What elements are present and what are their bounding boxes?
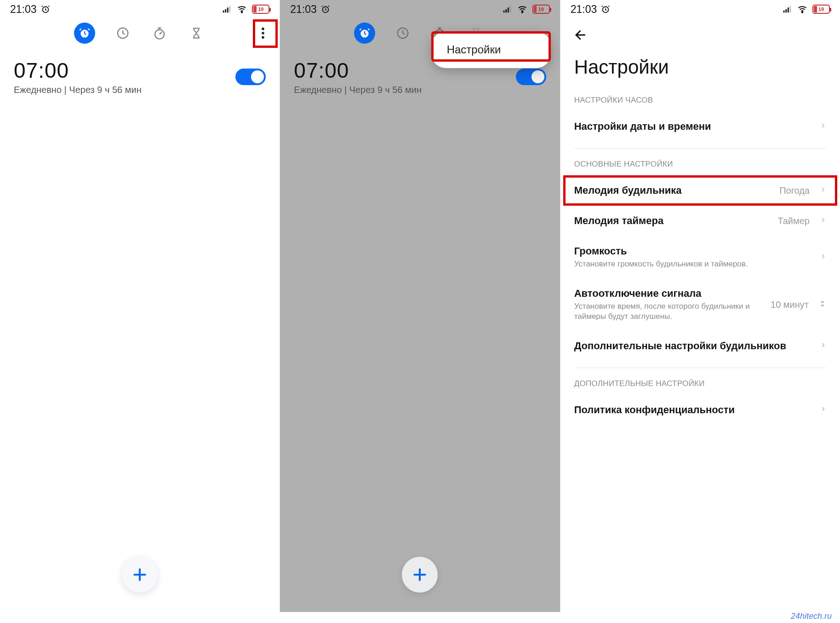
signal-icon — [222, 4, 232, 14]
row-extra-alarm[interactable]: Дополнительные настройки будильников — [560, 331, 840, 361]
svg-rect-23 — [785, 9, 787, 12]
add-alarm-button[interactable] — [402, 557, 438, 593]
updown-icon — [819, 298, 826, 312]
screen-settings: 21:03 19 — [560, 0, 840, 612]
svg-rect-2 — [225, 9, 227, 12]
row-volume-sub: Установите громкость будильников и тайме… — [574, 259, 812, 269]
svg-rect-16 — [509, 6, 511, 13]
alarm-time: 07:00 — [294, 58, 422, 83]
row-auto-off-label: Автоотключение сигнала — [574, 288, 763, 300]
chevron-right-icon — [820, 185, 826, 196]
svg-rect-15 — [508, 7, 509, 12]
svg-rect-4 — [229, 6, 231, 13]
battery-icon: 19 — [252, 5, 269, 14]
row-alarm-melody-value: Погода — [779, 185, 810, 196]
svg-rect-14 — [505, 9, 507, 12]
battery-icon: 19 — [812, 5, 830, 14]
section-clock-settings: НАСТРОЙКИ ЧАСОВ — [560, 91, 840, 111]
chevron-right-icon — [820, 215, 826, 227]
tab-clock[interactable] — [394, 24, 412, 42]
row-datetime-label: Настройки даты и времени — [574, 121, 812, 133]
wifi-icon — [797, 4, 808, 14]
alarm-status-icon — [40, 4, 51, 14]
tab-bar — [0, 18, 280, 48]
tab-stopwatch[interactable] — [150, 24, 169, 42]
status-bar: 21:03 19 — [280, 0, 560, 18]
row-privacy-label: Политика конфиденциальности — [574, 404, 812, 416]
svg-rect-3 — [227, 7, 229, 12]
row-alarm-melody[interactable]: Мелодия будильника Погода — [560, 175, 840, 206]
alarm-status-icon — [320, 4, 331, 14]
battery-icon: 19 — [532, 5, 550, 14]
row-volume-label: Громкость — [574, 245, 812, 257]
tab-timer[interactable] — [187, 24, 206, 42]
row-privacy[interactable]: Политика конфиденциальности — [560, 395, 840, 425]
row-timer-melody[interactable]: Мелодия таймера Таймер — [560, 206, 840, 236]
svg-point-17 — [521, 12, 523, 13]
menu-settings[interactable]: Настройки — [431, 34, 551, 65]
status-time: 21:03 — [10, 3, 37, 16]
back-button[interactable] — [571, 26, 590, 44]
row-volume[interactable]: Громкость Установите громкость будильник… — [560, 236, 840, 278]
svg-point-9 — [262, 28, 265, 30]
svg-rect-24 — [788, 7, 789, 12]
status-time: 21:03 — [290, 3, 317, 16]
section-main-settings: ОСНОВНЫЕ НАСТРОЙКИ — [560, 155, 840, 175]
status-bar: 21:03 19 — [560, 0, 840, 18]
row-extra-alarm-label: Дополнительные настройки будильников — [574, 340, 812, 352]
svg-point-11 — [262, 36, 265, 39]
section-extra-settings: ДОПОЛНИТЕЛЬНЫЕ НАСТРОЙКИ — [560, 375, 840, 395]
alarm-subtitle: Ежедневно | Через 9 ч 56 мин — [14, 85, 142, 95]
alarm-row[interactable]: 07:00 Ежедневно | Через 9 ч 56 мин — [0, 48, 280, 100]
status-bar: 21:03 19 — [0, 0, 280, 18]
signal-icon — [502, 4, 512, 14]
svg-rect-13 — [503, 11, 504, 13]
chevron-right-icon — [820, 121, 826, 133]
svg-point-5 — [241, 12, 243, 13]
row-timer-melody-label: Мелодия таймера — [574, 215, 771, 227]
row-auto-off-sub: Установите время, после которого будильн… — [574, 301, 763, 322]
alarm-toggle[interactable] — [516, 69, 546, 85]
wifi-icon — [517, 4, 528, 14]
chevron-right-icon — [820, 251, 826, 263]
divider — [574, 368, 826, 368]
tab-alarm[interactable] — [74, 23, 95, 44]
signal-icon — [782, 4, 792, 14]
svg-rect-1 — [223, 11, 224, 13]
wifi-icon — [236, 4, 247, 14]
chevron-right-icon — [820, 404, 826, 416]
add-alarm-button[interactable] — [122, 557, 158, 593]
svg-rect-22 — [783, 11, 785, 13]
svg-point-26 — [802, 12, 803, 13]
divider — [574, 148, 826, 149]
tab-clock[interactable] — [114, 24, 132, 42]
overflow-menu: Настройки — [431, 31, 551, 68]
chevron-right-icon — [820, 340, 826, 352]
watermark: 24hitech.ru — [791, 611, 832, 621]
row-timer-melody-value: Таймер — [777, 216, 810, 226]
svg-rect-25 — [789, 6, 791, 13]
alarm-subtitle: Ежедневно | Через 9 ч 56 мин — [294, 85, 422, 95]
row-alarm-melody-label: Мелодия будильника — [574, 185, 772, 196]
row-datetime[interactable]: Настройки даты и времени — [560, 111, 840, 142]
tab-alarm[interactable] — [354, 23, 375, 44]
alarm-time: 07:00 — [14, 58, 142, 83]
row-auto-off[interactable]: Автоотключение сигнала Установите время,… — [560, 278, 840, 331]
screen-alarm-menu: 21:03 19 — [280, 0, 560, 612]
screen-alarm: 21:03 19 — [0, 0, 280, 612]
status-time: 21:03 — [571, 3, 597, 16]
alarm-status-icon — [600, 4, 611, 14]
settings-title: Настройки — [560, 48, 840, 91]
row-auto-off-value: 10 минут — [771, 300, 809, 310]
more-button[interactable] — [253, 23, 273, 43]
alarm-toggle[interactable] — [235, 69, 266, 85]
svg-point-10 — [262, 32, 265, 35]
